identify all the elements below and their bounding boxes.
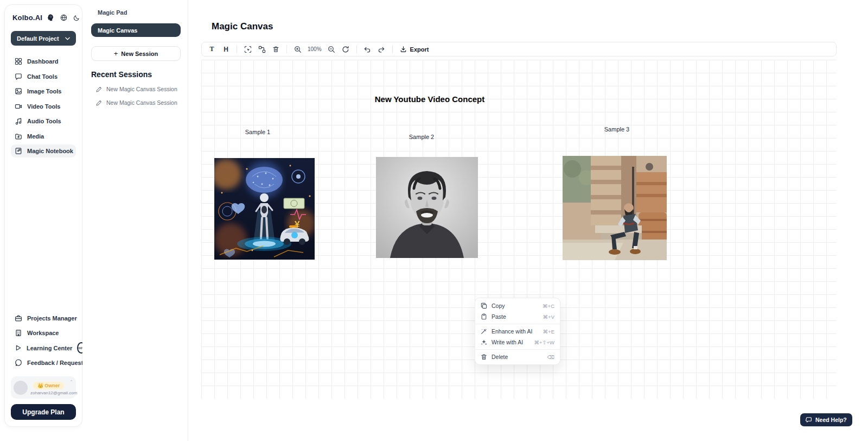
sample-2-image[interactable] — [376, 157, 478, 258]
delete-tool-button[interactable] — [271, 44, 281, 54]
page-title: Magic Canvas — [212, 21, 273, 32]
menu-item-delete[interactable]: Delete ⌫ — [475, 351, 560, 362]
recent-sessions-title: Recent Sessions — [91, 70, 181, 79]
user-card-caret-icon: ⌃ — [69, 380, 73, 385]
menu-item-label: Delete — [492, 354, 508, 360]
delete-icon — [481, 354, 487, 360]
chat-icon — [15, 73, 22, 80]
app-root: Kolbo.AI Default Project Dashboard — [0, 0, 868, 441]
menu-shortcut: ⌘+E — [543, 329, 554, 335]
sidebar-item-video-tools[interactable]: Video Tools — [11, 100, 76, 113]
sidebar-item-audio-tools[interactable]: Audio Tools — [11, 115, 76, 128]
menu-shortcut: ⌫ — [547, 354, 554, 360]
plus-icon: + — [114, 49, 118, 58]
sidebar-item-label: Magic Notebook — [27, 148, 73, 154]
new-session-label: New Session — [121, 51, 158, 57]
canvas-toolbar: T H 100% Export — [201, 42, 837, 56]
select-tool-button[interactable] — [242, 44, 253, 54]
session-item-label: New Magic Canvas Session — [106, 99, 177, 106]
briefcase-icon — [15, 314, 22, 322]
sidebar-item-dashboard[interactable]: Dashboard — [11, 55, 76, 68]
sidebar-item-workspace[interactable]: Workspace — [11, 326, 76, 339]
video-icon — [15, 103, 22, 110]
toolbar-divider — [286, 45, 287, 53]
nav-magic-pad[interactable]: Magic Pad — [91, 8, 181, 17]
menu-item-label: Copy — [492, 303, 505, 309]
sidebar-item-label: Projects Manager — [27, 315, 77, 322]
toolbar-divider — [392, 45, 393, 53]
owner-role-label: Owner — [44, 383, 60, 388]
export-label: Export — [410, 46, 429, 53]
feedback-bubble-icon — [15, 359, 22, 367]
menu-divider — [475, 349, 560, 350]
sidebar-item-feedback-request[interactable]: Feedback / Request — [11, 356, 76, 369]
zoom-in-button[interactable] — [292, 44, 303, 54]
notebook-icon — [15, 147, 22, 155]
sidebar-item-chat-tools[interactable]: Chat Tools — [11, 70, 76, 83]
new-session-button[interactable]: + New Session — [91, 46, 181, 61]
user-card[interactable]: 👑Owner zoharvan12@gmail.com ⌃ — [11, 376, 76, 399]
zoom-level-value[interactable]: 100% — [307, 46, 323, 52]
text-tool-button[interactable]: T — [207, 44, 217, 54]
sample-1-label[interactable]: Sample 1 — [245, 129, 270, 135]
canvas-heading-text[interactable]: New Youtube Video Concept — [375, 94, 485, 104]
menu-shortcut: ⌘+C — [542, 303, 554, 309]
pencil-icon — [96, 86, 102, 92]
menu-item-paste[interactable]: Paste ⌘+V — [475, 311, 560, 322]
sample-2-label[interactable]: Sample 2 — [409, 134, 434, 140]
sidebar-item-label: Feedback / Request — [27, 360, 83, 366]
sidebar-item-label: Dashboard — [27, 58, 58, 65]
heading-tool-button[interactable]: H — [221, 44, 231, 54]
menu-item-label: Enhance with AI — [492, 328, 532, 335]
redo-button[interactable] — [376, 44, 387, 54]
need-help-button[interactable]: Need Help? — [800, 413, 852, 426]
dark-mode-moon-icon[interactable] — [73, 15, 80, 21]
project-selector-label: Default Project — [17, 35, 59, 42]
upgrade-plan-button[interactable]: Upgrade Plan — [11, 404, 76, 420]
sample-3-label[interactable]: Sample 3 — [604, 126, 629, 133]
sidebar-item-media[interactable]: Media — [11, 130, 76, 143]
menu-item-write-with-ai[interactable]: Write with AI ⌘+⇧+W — [475, 337, 560, 348]
avatar — [14, 381, 28, 395]
sidebar-item-label: Learning Center — [27, 345, 72, 351]
sidebar-item-magic-notebook[interactable]: Magic Notebook — [11, 144, 76, 158]
sample-3-image[interactable] — [563, 156, 667, 260]
folder-media-icon — [15, 133, 22, 140]
nav-magic-canvas-active[interactable]: Magic Canvas — [91, 23, 181, 37]
language-globe-icon[interactable] — [60, 14, 67, 21]
pencil-icon — [96, 100, 102, 106]
paste-icon — [481, 313, 487, 320]
zoom-out-button[interactable] — [327, 44, 337, 54]
menu-shortcut: ⌘+⇧+W — [534, 339, 554, 345]
sessions-panel: Magic Pad Magic Canvas + New Session Rec… — [82, 0, 188, 441]
menu-item-enhance-with-ai[interactable]: Enhance with AI ⌘+E — [475, 326, 560, 337]
connector-tool-button[interactable] — [257, 44, 267, 54]
dashboard-icon — [15, 58, 22, 65]
project-selector[interactable]: Default Project — [11, 31, 76, 46]
building-icon — [15, 329, 22, 337]
sidebar-item-projects-manager[interactable]: Projects Manager — [11, 312, 76, 325]
owner-role-badge: 👑Owner — [33, 382, 64, 389]
chevron-down-icon — [65, 37, 70, 40]
undo-button[interactable] — [362, 44, 373, 54]
user-email: zoharvan12@gmail.com — [30, 390, 67, 395]
session-list-item[interactable]: New Magic Canvas Session — [91, 86, 181, 92]
session-item-label: New Magic Canvas Session — [106, 86, 177, 92]
session-list-item[interactable]: New Magic Canvas Session — [91, 99, 181, 106]
menu-item-copy[interactable]: Copy ⌘+C — [475, 300, 560, 311]
sidebar: Kolbo.AI Default Project Dashboard — [4, 4, 82, 427]
sidebar-item-label: Audio Tools — [27, 118, 61, 124]
enhance-icon — [481, 328, 487, 335]
secondary-nav: Projects Manager Workspace Learning Cent… — [11, 312, 76, 370]
play-icon — [15, 344, 22, 351]
sample-1-image[interactable]: ¥ — [214, 158, 315, 260]
sidebar-spacer — [11, 158, 76, 303]
menu-divider — [475, 324, 560, 324]
magic-canvas-workspace[interactable]: New Youtube Video Concept Sample 1 Sampl… — [201, 60, 837, 399]
reset-view-button[interactable] — [341, 44, 351, 54]
export-button[interactable]: Export — [398, 46, 431, 53]
need-help-label: Need Help? — [815, 417, 847, 423]
sidebar-item-image-tools[interactable]: Image Tools — [11, 85, 76, 98]
sidebar-item-learning-center[interactable]: Learning Center 66% — [11, 342, 76, 355]
write-icon — [481, 339, 487, 345]
